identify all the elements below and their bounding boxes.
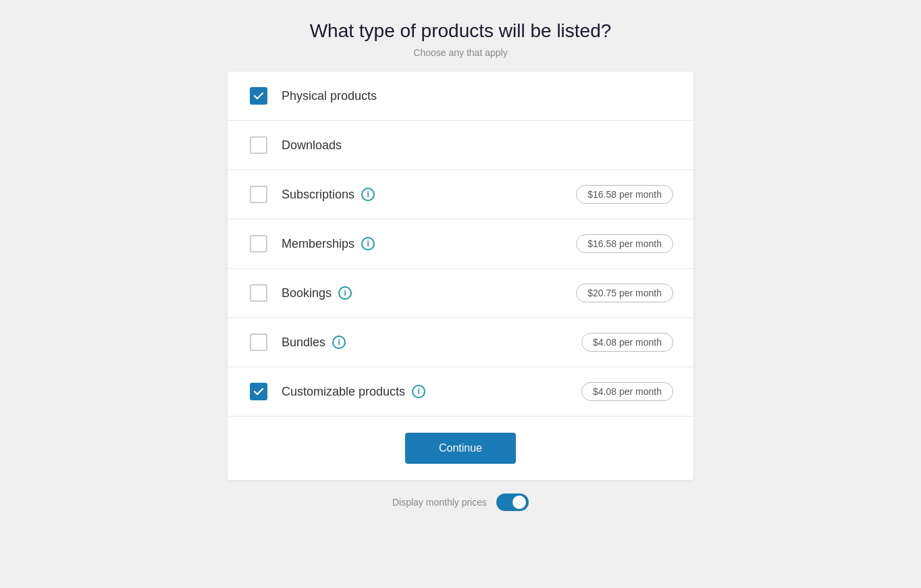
product-row-physical: Physical products (228, 72, 693, 121)
product-label-text-bookings: Bookings (282, 286, 332, 300)
info-icon-memberships[interactable]: i (361, 237, 375, 250)
info-icon-bundles[interactable]: i (332, 336, 346, 349)
product-label-text-memberships: Memberships (282, 237, 354, 251)
info-icon-customizable[interactable]: i (412, 385, 425, 398)
info-icon-subscriptions[interactable]: i (361, 188, 375, 201)
product-label-text-bundles: Bundles (282, 336, 325, 350)
product-row-bookings: Bookingsi$20.75 per month (228, 269, 693, 318)
page-subtitle: Choose any that apply (413, 47, 507, 58)
product-label-memberships: Membershipsi (282, 237, 576, 251)
product-label-bundles: Bundlesi (282, 336, 581, 350)
product-label-text-customizable: Customizable products (282, 385, 405, 399)
product-row-subscriptions: Subscriptionsi$16.58 per month (228, 170, 693, 219)
page-title: What type of products will be listed? (310, 20, 612, 42)
product-label-physical: Physical products (282, 89, 673, 103)
product-row-customizable: Customizable productsi$4.08 per month (228, 367, 693, 416)
price-badge-subscriptions: $16.58 per month (576, 185, 673, 204)
info-icon-bookings[interactable]: i (338, 286, 352, 300)
product-label-bookings: Bookingsi (282, 286, 576, 300)
continue-button[interactable]: Continue (405, 433, 516, 464)
product-row-bundles: Bundlesi$4.08 per month (228, 318, 693, 367)
price-badge-customizable: $4.08 per month (581, 382, 673, 401)
bottom-bar: Display monthly prices (392, 493, 529, 511)
checkbox-bookings[interactable] (248, 282, 269, 304)
checkbox-bundles[interactable] (248, 331, 269, 353)
product-label-text-subscriptions: Subscriptions (282, 188, 354, 202)
price-badge-bookings: $20.75 per month (576, 284, 673, 302)
product-label-subscriptions: Subscriptionsi (282, 188, 576, 202)
product-row-downloads: Downloads (228, 121, 693, 170)
product-selection-card: Physical productsDownloadsSubscriptionsi… (228, 72, 693, 480)
checkbox-customizable[interactable] (248, 381, 269, 402)
toggle-label: Display monthly prices (392, 497, 487, 508)
card-footer: Continue (228, 416, 693, 480)
checkbox-subscriptions[interactable] (248, 184, 269, 205)
checkbox-downloads[interactable] (248, 134, 269, 156)
product-label-customizable: Customizable productsi (282, 385, 581, 399)
product-row-memberships: Membershipsi$16.58 per month (228, 219, 693, 269)
price-badge-bundles: $4.08 per month (581, 333, 673, 352)
checkbox-physical[interactable] (248, 85, 269, 107)
product-label-text-downloads: Downloads (282, 138, 342, 153)
price-badge-memberships: $16.58 per month (576, 234, 673, 253)
product-label-text-physical: Physical products (282, 89, 377, 103)
monthly-prices-toggle[interactable] (496, 493, 529, 511)
product-label-downloads: Downloads (282, 138, 673, 153)
checkbox-memberships[interactable] (248, 233, 269, 255)
